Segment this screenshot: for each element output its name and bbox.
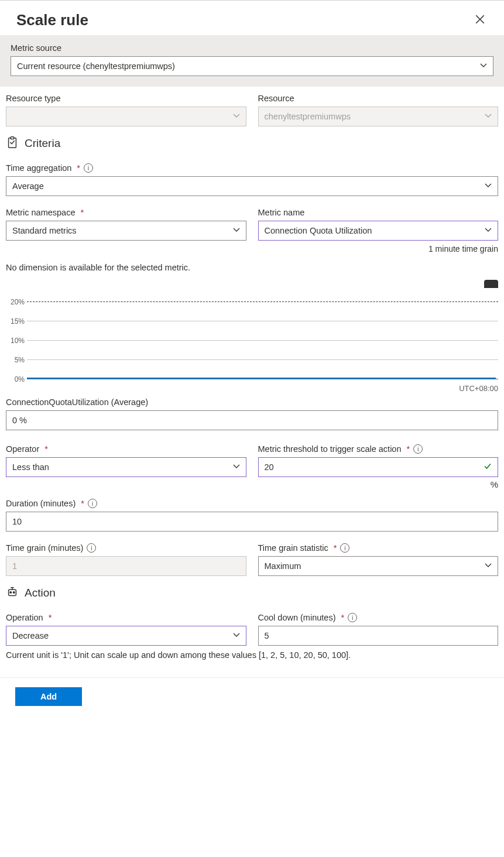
operation-value: Decrease [12, 631, 49, 640]
operator-value: Less than [12, 462, 49, 472]
chart-timezone: UTC+08:00 [6, 384, 498, 393]
time-grain-value: 1 [12, 561, 17, 571]
svg-point-3 [10, 592, 12, 594]
checkmark-icon [484, 462, 492, 472]
operator-select[interactable]: Less than [6, 457, 246, 477]
operation-label: Operation [6, 613, 43, 622]
time-grain-input: 1 [6, 556, 246, 576]
time-grain-label: Time grain (minutes) [6, 543, 83, 553]
clipboard-icon [6, 136, 19, 150]
metric-name-label: Metric name [258, 208, 499, 217]
info-icon[interactable]: i [348, 613, 357, 622]
chevron-down-icon [233, 631, 240, 640]
required-asterisk: * [341, 613, 344, 622]
cooldown-input[interactable] [258, 626, 499, 646]
metric-namespace-label: Metric namespace [6, 208, 75, 217]
resource-value: chenyltestpremiumwps [265, 112, 351, 121]
time-grain-statistic-value: Maximum [265, 561, 301, 571]
chart-series-line [27, 378, 496, 379]
chart-end-marker [484, 280, 498, 288]
info-icon[interactable]: i [413, 444, 423, 454]
dimension-message: No dimension is available for the select… [6, 263, 498, 272]
chevron-down-icon [485, 112, 492, 121]
duration-field[interactable] [12, 512, 492, 531]
duration-label: Duration (minutes) [6, 499, 76, 508]
criteria-heading: Criteria [25, 137, 60, 150]
y-tick: 10% [2, 337, 25, 345]
info-icon[interactable]: i [340, 543, 349, 553]
close-icon[interactable] [472, 12, 488, 29]
time-grain-statistic-select[interactable]: Maximum [258, 556, 499, 576]
chevron-down-icon [233, 112, 240, 121]
required-asterisk: * [81, 499, 84, 508]
chevron-down-icon [233, 226, 240, 235]
cooldown-label: Cool down (minutes) [258, 613, 336, 622]
chevron-down-icon [485, 226, 492, 235]
resource-label: Resource [258, 94, 499, 103]
resource-select: chenyltestpremiumwps [258, 107, 499, 126]
metric-chart: 20% 15% 10% 5% 0% [6, 283, 498, 383]
threshold-label: Metric threshold to trigger scale action [258, 444, 402, 454]
metric-summary-value-box: 0 % [6, 410, 498, 430]
resource-type-label: Resource type [6, 94, 246, 103]
metric-summary-value: 0 % [12, 416, 27, 425]
info-icon[interactable]: i [84, 163, 93, 173]
svg-rect-1 [11, 137, 14, 139]
metric-namespace-select[interactable]: Standard metrics [6, 221, 246, 241]
time-aggregation-value: Average [12, 181, 44, 191]
metric-source-select[interactable]: Current resource (chenyltestpremiumwps) [11, 56, 493, 76]
robot-icon [6, 585, 19, 600]
chevron-down-icon [485, 181, 492, 191]
action-heading: Action [25, 587, 56, 599]
required-asterisk: * [334, 543, 337, 553]
metric-source-label: Metric source [11, 43, 493, 53]
add-button[interactable]: Add [15, 687, 82, 706]
y-tick: 20% [2, 298, 25, 306]
operator-label: Operator [6, 444, 39, 454]
threshold-unit: % [258, 479, 499, 489]
info-icon[interactable]: i [87, 543, 96, 553]
y-tick: 5% [2, 356, 25, 364]
metric-namespace-value: Standard metrics [12, 226, 77, 235]
info-icon[interactable]: i [88, 499, 97, 508]
y-tick: 15% [2, 317, 25, 325]
chevron-down-icon [485, 561, 492, 571]
duration-input[interactable] [6, 512, 498, 532]
chevron-down-icon [480, 61, 487, 71]
required-asterisk: * [44, 444, 48, 454]
panel-title: Scale rule [16, 11, 88, 29]
metric-source-value: Current resource (chenyltestpremiumwps) [17, 61, 175, 71]
y-tick: 0% [2, 375, 25, 383]
scale-unit-note: Current unit is '1'; Unit can scale up a… [6, 650, 498, 660]
metric-name-select[interactable]: Connection Quota Utilization [258, 221, 499, 241]
required-asterisk: * [49, 613, 52, 622]
svg-point-4 [13, 592, 15, 594]
time-aggregation-select[interactable]: Average [6, 176, 498, 196]
resource-type-select [6, 107, 246, 126]
time-aggregation-label: Time aggregation [6, 163, 71, 173]
metric-name-value: Connection Quota Utilization [265, 226, 372, 235]
threshold-field[interactable] [265, 458, 492, 477]
cooldown-field[interactable] [265, 626, 492, 645]
time-grain-note: 1 minute time grain [258, 244, 499, 253]
time-grain-statistic-label: Time grain statistic [258, 543, 328, 553]
metric-summary-label: ConnectionQuotaUtilization (Average) [6, 397, 498, 407]
required-asterisk: * [80, 208, 84, 217]
operation-select[interactable]: Decrease [6, 626, 246, 646]
threshold-input[interactable] [258, 457, 499, 477]
chevron-down-icon [233, 462, 240, 472]
required-asterisk: * [77, 163, 80, 173]
required-asterisk: * [407, 444, 410, 454]
